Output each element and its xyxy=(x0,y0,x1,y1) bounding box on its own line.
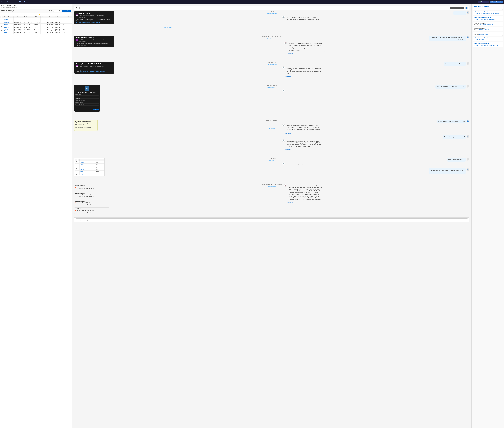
row-select-checkbox[interactable] xyxy=(1,21,2,23)
show-trace-4[interactable]: Show trace › xyxy=(285,93,291,94)
show-trace-3[interactable]: Show trace › xyxy=(285,76,291,77)
sort-icon[interactable]: ▼ xyxy=(90,159,91,161)
show-trace-1[interactable]: Show trace › xyxy=(285,21,291,23)
row-claimamount: {"property": {"N":... xyxy=(14,31,23,34)
row-select-checkbox[interactable] xyxy=(1,19,2,20)
scan-header[interactable]: ▶ Scan or query items xyxy=(1,5,70,6)
bot-avatar-4: 🤖 xyxy=(282,89,285,92)
autopreview-button[interactable]: Autopreview xyxy=(478,1,489,3)
col-incident: incident ▼ xyxy=(54,16,62,18)
show-trace-5b[interactable]: Show trace › xyxy=(285,149,291,150)
view-details-button[interactable]: View table details xyxy=(490,1,503,3)
notif-card-4: AWS Notifications Insurance Claim ID: 2s… xyxy=(74,207,109,214)
chat-row-bot-5a: 🤖 The factors that determine your car in… xyxy=(282,124,469,134)
show-trace-5a[interactable]: Show trace › xyxy=(285,133,291,134)
row-select-checkbox[interactable] xyxy=(1,24,2,25)
form-submit-button[interactable]: Submit xyxy=(93,108,99,110)
dynamo-row-select[interactable] xyxy=(76,162,77,163)
dynamo-claimid-link[interactable]: 6y78z-1a xyxy=(80,171,84,172)
row-claimid: 5t16u-7v xyxy=(3,24,14,26)
dynamo-row-select[interactable] xyxy=(76,168,77,170)
sort-icon[interactable]: ▼ xyxy=(100,159,101,161)
sort-icon[interactable]: ▼ xyxy=(38,16,39,18)
dynamo-row-select[interactable] xyxy=(76,166,77,168)
dynamo-claimid-link[interactable]: 9n87y-3z xyxy=(80,173,84,175)
flow-arrow-link-6: (Open Claims) xyxy=(269,160,275,161)
action-item-title-3: Action Group: gather-evidence xyxy=(474,17,502,18)
flow-arrow-link-4: (Claim Amount PDF) xyxy=(267,87,276,88)
claimid-link[interactable]: 3b45c-9d xyxy=(4,27,8,28)
dynamo-claimid-link[interactable]: 2s34w-8x xyxy=(80,164,84,165)
sort-icon[interactable]: ▼ xyxy=(50,16,51,18)
dynamo-claimid-link[interactable]: 5t16u-7v xyxy=(80,166,84,168)
refresh-icon[interactable]: ↻ xyxy=(49,10,50,12)
action-item-title-4: Action Group: send-reminder xyxy=(474,37,502,39)
email-link-3: https://claimsdev.dkmn9y6richu.amplifyap… xyxy=(80,71,105,72)
show-trace-2[interactable]: Show trace › xyxy=(287,53,293,54)
flow-area: New Claim ID: 7g78I-4g AN < AWS Notifica… xyxy=(74,10,469,217)
bot-avatar-3: 🤖 xyxy=(282,66,285,69)
row-collision xyxy=(33,18,41,21)
select-all-checkbox[interactable] xyxy=(1,16,2,18)
bot-avatar-1: 🤖 xyxy=(282,16,285,18)
row-incident: {"date": {"... xyxy=(54,21,62,24)
dynamo-table-row: 3b45c-9d Open xyxy=(75,168,104,171)
dynamo-row-select[interactable] xyxy=(76,171,77,172)
kb-val-2: claims xyxy=(482,28,486,29)
dynamo-select-all[interactable] xyxy=(76,159,78,161)
row-email: kbuilder@a... xyxy=(46,31,54,34)
claimid-link[interactable]: 5t16u-7v xyxy=(4,24,8,25)
flow-left-7: AWS Notifications Insurance Claim ID: 5t… xyxy=(74,184,259,214)
sort-icon[interactable]: ▼ xyxy=(32,16,33,18)
row-checkbox xyxy=(0,18,3,21)
settings-icon[interactable]: ⚙ xyxy=(51,10,53,12)
kb-doc-val-2: Insurance-FAQs.xlsx xyxy=(479,29,489,30)
create-new-claim-button[interactable]: Create a new claim. xyxy=(450,7,464,9)
kb-doc-val-1: Claim_3b45c-9d_Amounts.pdf xyxy=(479,24,493,25)
sort-icon[interactable]: ▼ xyxy=(60,16,60,18)
show-trace-6[interactable]: Show trace › xyxy=(285,166,291,167)
row-select-checkbox[interactable] xyxy=(1,32,2,33)
dynamo-row-select[interactable] xyxy=(76,164,77,165)
row-checkbox xyxy=(0,31,3,34)
action-item-title-5: Action Group: send-reminder xyxy=(474,43,502,44)
notif-text-4: Insurance Claim ID: 2s34w-8x 1:26 PMHere… xyxy=(77,210,95,213)
row-select-checkbox[interactable] xyxy=(1,26,2,28)
table-refresh-icon[interactable]: ⚡ xyxy=(38,13,40,15)
sort-icon[interactable]: ▼ xyxy=(21,16,22,18)
dynamo-row-status: Open xyxy=(95,168,104,171)
flow-arrow-link-5a: (FAQ Document) xyxy=(268,121,275,122)
chat-bot-container-1: I have created a new claim with ID 7g78I… xyxy=(285,16,322,23)
prev-page-arrow[interactable]: ‹ xyxy=(32,14,32,15)
app-title: bedrock-insurance-agent-ExistingClaims xyxy=(1,1,28,3)
row-collision: {"type": {"... xyxy=(33,31,41,34)
next-page-arrow[interactable]: › xyxy=(35,14,35,15)
message-input[interactable] xyxy=(76,218,468,222)
claimid-link[interactable]: 7g78I-4g xyxy=(4,19,8,20)
flow-block-3: Gathering Evidence for Claim ID: 5t16u-7… xyxy=(74,62,469,77)
chat-section-6: Which claims have open status? 👤 🤖 The o… xyxy=(282,158,469,174)
row-driver xyxy=(41,26,46,29)
dynamo-row-select[interactable] xyxy=(76,173,77,175)
field-label-property: Property Claim Amount xyxy=(75,102,99,103)
sort-icon[interactable]: ▼ xyxy=(44,16,45,18)
dynamo-claimid-link[interactable]: 3b45c-9d xyxy=(80,169,84,170)
create-item-button[interactable]: Create item xyxy=(62,10,71,12)
sort-icon[interactable]: ▼ xyxy=(12,16,13,18)
email-link-1: https://claimsdev.dkmn9y6richu.amplifyap… xyxy=(76,22,101,23)
user-avatar-5b: 👤 xyxy=(467,135,469,138)
table-settings-icon[interactable]: ⚙ xyxy=(36,13,37,15)
row-select-checkbox[interactable] xyxy=(1,29,2,31)
notif-title-3: AWS Notifications xyxy=(75,200,108,202)
expand-icon: ▶ xyxy=(1,5,2,6)
chat-section-5: What factors determine my car insurance … xyxy=(282,120,469,150)
actions-button[interactable]: Actions ▾ xyxy=(53,9,61,12)
claimid-link[interactable]: 9n87y-3z xyxy=(4,32,8,33)
test-alias-select[interactable]: TestAlias: Working draft xyxy=(79,7,97,9)
flow-arrow-label-1: SNS Email Notification (Evidence Upload … xyxy=(266,11,277,14)
show-trace-7[interactable]: Show trace › xyxy=(287,202,293,203)
claimid-link[interactable]: 6y78z-1a xyxy=(4,29,8,31)
claimid-link[interactable]: 2s34w-8x xyxy=(4,22,9,23)
top-bar: bedrock-insurance-agent-ExistingClaims A… xyxy=(0,0,504,4)
dynamo-claimid-link[interactable]: 4n70e-4n xyxy=(80,162,84,163)
